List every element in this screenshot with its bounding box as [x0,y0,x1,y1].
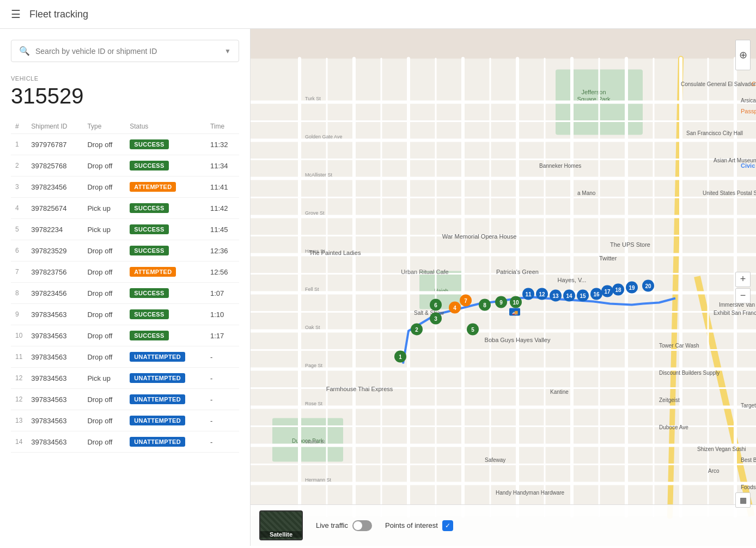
table-body: 1397976787Drop offSUCCESS11:322397825768… [11,134,239,453]
map-bottom-controls: Satellite Live traffic Points of interes… [251,504,756,546]
cell-status: UNATTEMPTED [125,389,206,410]
svg-text:10: 10 [513,300,519,306]
status-badge: UNATTEMPTED [130,373,185,383]
table-row[interactable]: 8397823456Drop offSUCCESS1:07 [11,283,239,304]
table-row[interactable]: 14397834563Drop offUNATTEMPTED- [11,431,239,453]
table-row[interactable]: 11397834563Drop offUNATTEMPTED- [11,346,239,368]
cell-type: Drop off [83,283,125,304]
svg-text:Waller St: Waller St [305,439,325,445]
cell-time: 1:07 [206,283,239,304]
cell-status: SUCCESS [125,198,206,219]
cell-type: Pick up [83,219,125,240]
cell-type: Drop off [83,346,125,368]
cell-type: Drop off [83,155,125,176]
col-time: Time [206,119,239,134]
cell-num: 13 [11,410,27,431]
shipment-table: # Shipment ID Type Status Time 139797678… [11,119,239,453]
status-badge: UNATTEMPTED [130,352,185,362]
cell-type: Drop off [83,410,125,431]
status-badge: UNATTEMPTED [130,394,185,404]
cell-type: Drop off [83,325,125,346]
map-layers-button[interactable]: ▦ [735,492,751,508]
cell-num: 9 [11,304,27,325]
hamburger-icon[interactable]: ☰ [11,8,21,21]
live-traffic-toggle-group: Live traffic [316,520,372,531]
table-row[interactable]: 9397834563Drop offSUCCESS1:10 [11,304,239,325]
svg-text:Target: Target [741,403,756,409]
table-row[interactable]: 12397834563Drop offUNATTEMPTED- [11,389,239,410]
cell-time: 11:32 [206,134,239,155]
svg-text:Arsicault Bakery: Arsicault Bakery [741,98,756,103]
search-box[interactable]: 🔍 ▼ [11,40,239,62]
svg-text:Page St: Page St [305,363,323,368]
table-row[interactable]: 10397834563Drop offSUCCESS1:17 [11,325,239,346]
search-icon: 🔍 [19,46,30,56]
table-row[interactable]: 6397823529Drop offSUCCESS12:36 [11,240,239,261]
svg-text:1: 1 [399,354,402,360]
zoom-out-button[interactable]: − [735,288,751,303]
cell-time: - [206,431,239,453]
status-badge: SUCCESS [130,203,168,213]
col-type: Type [83,119,125,134]
cell-shipment-id: 397834563 [27,304,83,325]
svg-text:The UPS Store: The UPS Store [610,241,650,248]
svg-text:16: 16 [593,291,600,297]
satellite-label: Satellite [260,531,302,538]
svg-text:Safeway: Safeway [485,457,505,463]
map-compass[interactable]: ⊕ [735,40,751,70]
table-row[interactable]: 1397976787Drop offSUCCESS11:32 [11,134,239,155]
poi-toggle[interactable]: ✓ [442,520,453,531]
svg-text:8: 8 [483,302,486,308]
svg-text:18: 18 [615,287,621,293]
table-row[interactable]: 539782234Pick upSUCCESS11:45 [11,219,239,240]
satellite-button[interactable]: Satellite [259,510,303,540]
svg-text:Tower Car Wash: Tower Car Wash [659,343,699,349]
cell-shipment-id: 397823456 [27,176,83,198]
table-row[interactable]: 12397834563Pick upUNATTEMPTED- [11,368,239,389]
cell-status: SUCCESS [125,155,206,176]
cell-time: - [206,346,239,368]
table-header: # Shipment ID Type Status Time [11,119,239,134]
cell-num: 4 [11,198,27,219]
svg-text:12: 12 [539,291,545,297]
svg-text:War Memorial Opera House: War Memorial Opera House [442,233,517,240]
cell-time: 11:34 [206,155,239,176]
svg-text:11: 11 [525,291,532,297]
live-traffic-toggle[interactable] [352,520,372,531]
cell-time: - [206,368,239,389]
table-row[interactable]: 13397834563Drop offUNATTEMPTED- [11,410,239,431]
status-badge: ATTEMPTED [130,267,176,277]
status-badge: SUCCESS [130,331,168,340]
search-input[interactable] [35,47,224,56]
svg-text:a Mano: a Mano [577,190,596,196]
table-row[interactable]: 3397823456Drop offATTEMPTED11:41 [11,176,239,198]
map-area: Jefferson Square Park Haigh Duboce Park [251,29,756,546]
zoom-in-button[interactable]: + [735,272,751,287]
table-row[interactable]: 2397825768Drop offSUCCESS11:34 [11,155,239,176]
cell-num: 7 [11,261,27,283]
svg-text:Consulate General El Salvador: Consulate General El Salvador [681,81,756,87]
svg-text:United States Postal Service: United States Postal Service [703,190,756,196]
svg-text:Urban Ritual Cafe: Urban Ritual Cafe [401,269,448,275]
cell-type: Pick up [83,368,125,389]
poi-label: Points of interest [385,521,438,529]
svg-text:Boba Guys Hayes Valley: Boba Guys Hayes Valley [485,337,551,343]
svg-text:McAllister St: McAllister St [305,172,333,178]
svg-text:20: 20 [645,283,651,289]
table-row[interactable]: 4397825674Pick upSUCCESS11:42 [11,198,239,219]
svg-text:Kantine: Kantine [550,389,569,395]
table-row[interactable]: 7397823756Drop offATTEMPTED12:56 [11,261,239,283]
cell-shipment-id: 397834563 [27,368,83,389]
cell-time: 11:42 [206,198,239,219]
svg-text:15: 15 [580,293,586,299]
chevron-down-icon[interactable]: ▼ [224,47,231,55]
svg-text:Best Buy: Best Buy [741,457,756,463]
svg-text:Hermann St: Hermann St [305,477,332,483]
cell-shipment-id: 397825768 [27,155,83,176]
cell-status: ATTEMPTED [125,176,206,198]
cell-shipment-id: 397834563 [27,346,83,368]
cell-type: Drop off [83,304,125,325]
cell-num: 6 [11,240,27,261]
cell-num: 5 [11,219,27,240]
status-badge: UNATTEMPTED [130,437,185,447]
